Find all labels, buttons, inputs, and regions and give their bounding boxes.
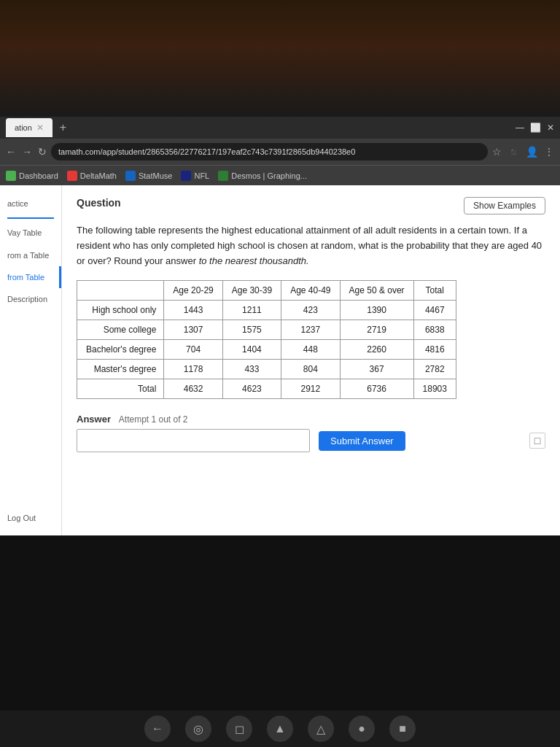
bookmark-nfl[interactable]: NFL — [181, 171, 209, 181]
url-input[interactable] — [51, 143, 488, 160]
tab-label: ation — [15, 123, 32, 132]
profile-icon[interactable]: 👤 — [526, 146, 538, 158]
cell-sc-20-29: 1307 — [164, 320, 222, 340]
bookmark-statmuse[interactable]: StatMuse — [125, 171, 172, 181]
bookmark-dashboard[interactable]: Dashboard — [6, 171, 58, 181]
col-header-age-50-over: Age 50 & over — [340, 281, 413, 301]
show-examples-button[interactable]: Show Examples — [464, 197, 545, 214]
cell-hs-50-over: 1390 — [340, 301, 413, 320]
row-label-total: Total — [77, 379, 164, 399]
question-text: The following table represents the highe… — [77, 223, 545, 268]
cell-md-20-29: 1178 — [164, 360, 222, 379]
statmuse-icon — [125, 171, 136, 181]
cell-md-50-over: 367 — [340, 360, 413, 379]
cell-total-20-29: 4632 — [164, 379, 222, 399]
sidebar-item-practice[interactable]: actice — [0, 193, 61, 214]
window-controls: — ⬜ ✕ — [516, 123, 554, 133]
row-label-some-college: Some college — [77, 320, 164, 340]
row-label-bachelors: Bachelor's degree — [77, 340, 164, 360]
back-icon[interactable]: ← — [6, 146, 16, 158]
logout-label: Log Out — [7, 514, 36, 522]
active-tab[interactable]: ation ✕ — [6, 118, 52, 137]
bookmark-desmos[interactable]: Desmos | Graphing... — [218, 171, 307, 181]
answer-input-row: Submit Answer □ — [77, 429, 545, 452]
taskbar-icon-5[interactable]: △ — [308, 716, 334, 742]
answer-label: Answer Attempt 1 out of 2 — [77, 414, 545, 425]
sidebar-item-way-table[interactable]: Vay Table — [0, 222, 61, 244]
forward-icon[interactable]: → — [22, 146, 32, 158]
menu-icon[interactable]: ⋮ — [544, 146, 554, 158]
table-row: Bachelor's degree 704 1404 448 2260 4816 — [77, 340, 456, 360]
cell-md-30-39: 433 — [222, 360, 281, 379]
cell-bd-20-29: 704 — [164, 340, 222, 360]
bookmark-star-icon[interactable]: ☆ — [492, 146, 502, 158]
sidebar-description-label: Description — [7, 295, 47, 303]
sidebar-logout[interactable]: Log Out — [0, 508, 61, 528]
col-header-age-20-29: Age 20-29 — [164, 281, 222, 301]
browser-chrome: ation ✕ + — ⬜ ✕ ← → ↻ ☆ ◾ 👤 ⋮ Dashboard — [0, 117, 560, 185]
sidebar-spacer — [0, 310, 61, 508]
bookmark-statmuse-label: StatMuse — [139, 171, 172, 180]
col-header-age-40-49: Age 40-49 — [281, 281, 340, 301]
tab-bar: ation ✕ + — ⬜ ✕ — [0, 117, 560, 139]
row-label-masters: Master's degree — [77, 360, 164, 379]
cell-md-total: 2782 — [413, 360, 456, 379]
data-table: Age 20-29 Age 30-39 Age 40-49 Age 50 & o… — [77, 280, 456, 399]
answer-section: Answer Attempt 1 out of 2 Submit Answer … — [77, 414, 545, 452]
cell-hs-30-39: 1211 — [222, 301, 281, 320]
cell-hs-total: 4467 — [413, 301, 456, 320]
cell-hs-40-49: 423 — [281, 301, 340, 320]
desmos-icon — [218, 171, 228, 181]
taskbar-icon-6[interactable]: ● — [349, 716, 375, 742]
taskbar-icon-2[interactable]: ◎ — [185, 716, 211, 742]
cell-total-40-49: 2912 — [281, 379, 340, 399]
cell-sc-total: 6838 — [413, 320, 456, 340]
expand-icon[interactable]: □ — [529, 433, 545, 449]
question-label: Question — [77, 197, 121, 209]
col-header-total: Total — [413, 281, 456, 301]
table-row: High school only 1443 1211 423 1390 4467 — [77, 301, 456, 320]
address-bar: ← → ↻ ☆ ◾ 👤 ⋮ — [0, 139, 560, 165]
sidebar-from-a-table-label: rom a Table — [7, 251, 49, 260]
bookmark-deltamath-label: DeltaMath — [80, 171, 117, 180]
sidebar: actice Vay Table rom a Table from Table … — [0, 185, 62, 535]
cell-bd-50-over: 2260 — [340, 340, 413, 360]
submit-answer-button[interactable]: Submit Answer — [319, 431, 405, 451]
deltamath-icon — [67, 171, 77, 181]
sidebar-from-table-label: from Table — [7, 273, 44, 282]
sidebar-item-description[interactable]: Description — [0, 288, 61, 310]
attempt-text: Attempt 1 out of 2 — [119, 414, 188, 425]
sidebar-item-from-table[interactable]: from Table — [0, 266, 61, 288]
taskbar-icon-7[interactable]: ■ — [389, 716, 416, 742]
tab-close-icon[interactable]: ✕ — [36, 123, 44, 133]
table-row: Some college 1307 1575 1237 2719 6838 — [77, 320, 456, 340]
bookmark-nfl-label: NFL — [194, 171, 209, 180]
maximize-icon[interactable]: ⬜ — [530, 123, 541, 133]
col-header-age-30-39: Age 30-39 — [222, 281, 281, 301]
table-row: Master's degree 1178 433 804 367 2782 — [77, 360, 456, 379]
cell-sc-40-49: 1237 — [281, 320, 340, 340]
taskbar-icon-3[interactable]: ◻ — [226, 716, 252, 742]
sidebar-divider — [7, 217, 54, 219]
top-background — [0, 0, 560, 117]
cell-total-50-over: 6736 — [340, 379, 413, 399]
taskbar-icon-1[interactable]: ← — [144, 716, 171, 742]
cell-grand-total: 18903 — [413, 379, 456, 399]
cell-md-40-49: 804 — [281, 360, 340, 379]
bookmark-dashboard-label: Dashboard — [19, 171, 58, 180]
sidebar-item-from-a-table[interactable]: rom a Table — [0, 244, 61, 266]
new-tab-button[interactable]: + — [55, 121, 71, 134]
cell-bd-40-49: 448 — [281, 340, 340, 360]
extension-icon[interactable]: ◾ — [508, 146, 520, 158]
cell-hs-20-29: 1443 — [164, 301, 222, 320]
cell-total-30-39: 4623 — [222, 379, 281, 399]
minimize-icon[interactable]: — — [516, 123, 524, 133]
dashboard-icon — [6, 171, 16, 181]
close-icon[interactable]: ✕ — [547, 123, 554, 133]
cell-sc-50-over: 2719 — [340, 320, 413, 340]
answer-input[interactable] — [77, 429, 310, 452]
taskbar-icon-4[interactable]: ▲ — [267, 716, 293, 742]
bookmark-deltamath[interactable]: DeltaMath — [67, 171, 117, 181]
row-label-high-school: High school only — [77, 301, 164, 320]
reload-icon[interactable]: ↻ — [38, 146, 47, 158]
